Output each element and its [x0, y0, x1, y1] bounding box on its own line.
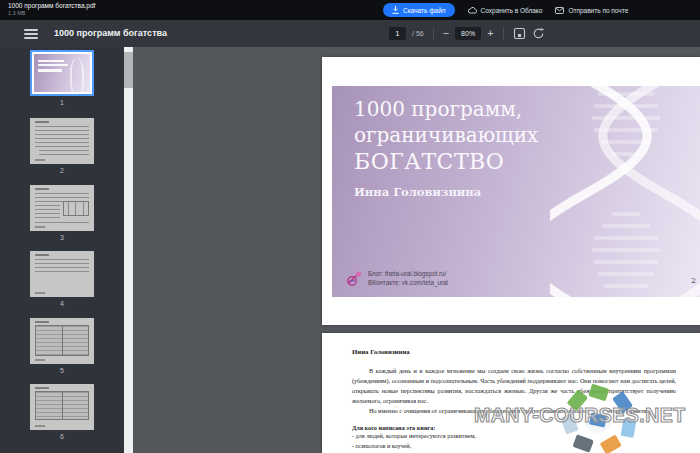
thumbnail-page-1[interactable] [30, 50, 94, 96]
cover-title-line2: ограничивающих [354, 122, 538, 148]
cover-links: Блог: theta-ural.blogspot.ru/ ВКонтакте:… [368, 269, 448, 287]
cover-title-block: 1000 программ, ограничивающих БОГАТСТВО … [354, 96, 538, 199]
page2-list-title: Для кого написана эта книга: [352, 424, 676, 431]
thumbnail-block-5: 5 [30, 318, 94, 374]
thumbnail-block-3: 3 [30, 185, 94, 241]
thumbnail-page-4[interactable] [30, 251, 94, 297]
thumbnail-sidebar: 1 2 3 [0, 47, 124, 453]
zoom-level-indicator[interactable]: 80% [455, 27, 481, 40]
page2-list-item: - психологов и коучей, [352, 441, 676, 451]
cover-author: Инна Головизнина [354, 185, 538, 199]
thumb-footer-mark [35, 226, 45, 228]
cover-title-line1: 1000 программ, [354, 96, 538, 122]
thumb-footer-mark [35, 159, 45, 161]
thumbnail-number: 2 [30, 167, 94, 174]
cover-image: 1000 программ, ограничивающих БОГАТСТВО … [332, 86, 700, 297]
cloud-icon [468, 7, 477, 14]
thumb-heading-bar [35, 321, 49, 323]
cover-brand-block: Блог: theta-ural.blogspot.ru/ ВКонтакте:… [346, 269, 448, 287]
toolbar-divider [503, 28, 504, 40]
document-page-1: 1000 программ, ограничивающих БОГАТСТВО … [322, 57, 700, 325]
thumbnail-cover-art [34, 54, 90, 92]
thumb-text-lines [35, 205, 60, 220]
cover-vk-link: ВКонтакте: vk.com/teta_ural [368, 278, 448, 287]
cover-text-bar [38, 60, 64, 62]
zoom-in-button[interactable]: + [487, 27, 493, 40]
thumb-heading-bar [35, 254, 49, 256]
save-to-cloud-button[interactable]: Сохранить в Облако [468, 3, 543, 17]
thumb-footer-mark [35, 292, 45, 294]
thumbnail-number: 3 [30, 234, 94, 241]
thumbnail-number: 4 [30, 300, 94, 307]
file-size: 1.3 MB [8, 10, 95, 17]
viewer-toolbar: 1000 программ богатства 1 / 56 − 80% + [0, 20, 700, 47]
sidebar-scrollbar-track[interactable] [124, 47, 133, 453]
page-number-input[interactable]: 1 [389, 27, 406, 40]
pdf-viewer-app: 1000 программ богатства.pdf 1.3 MB Скача… [0, 0, 700, 453]
thumbnail-block-4: 4 [30, 251, 94, 307]
menu-toggle-button[interactable] [24, 29, 38, 39]
download-file-button[interactable]: Скачать файл [383, 3, 455, 17]
thumbnail-block-1: 1 [30, 50, 94, 106]
thumb-heading-bar [35, 188, 49, 190]
thumbnail-number: 5 [30, 367, 94, 374]
thumbnail-block-6: 6 [30, 384, 94, 440]
page2-author: Инна Головизнина [352, 348, 676, 355]
cover-title-line3: БОГАТСТВО [354, 148, 538, 176]
file-name: 1000 программ богатства.pdf [8, 2, 95, 10]
theta-logo-icon [346, 270, 363, 287]
cover-text-bar [38, 64, 68, 66]
download-button-label: Скачать файл [403, 7, 446, 14]
file-meta: 1000 программ богатства.pdf 1.3 MB [8, 2, 95, 17]
thumbnail-page-6[interactable] [30, 384, 94, 430]
thumb-footer-mark [35, 359, 45, 361]
send-by-mail-button[interactable]: Отправить по почте [555, 3, 628, 17]
thumbnail-number: 6 [30, 433, 94, 440]
cover-blog-link: Блог: theta-ural.blogspot.ru/ [368, 269, 448, 278]
rotate-button[interactable] [532, 27, 545, 40]
send-by-mail-label: Отправить по почте [568, 7, 628, 14]
sidebar-scrollbar-thumb[interactable] [124, 52, 133, 88]
thumbnail-page-3[interactable] [30, 185, 94, 231]
header-actions: Скачать файл Сохранить в Облако Отправит… [383, 2, 628, 18]
mail-icon [555, 7, 564, 14]
hamburger-icon [24, 29, 38, 31]
thumb-heading-bar [35, 387, 49, 389]
document-page-2: Инна Головизнина В каждый день и в каждо… [322, 333, 700, 453]
thumb-footer-mark [35, 425, 45, 427]
thumb-text-lines [35, 126, 89, 148]
fit-to-page-button[interactable] [513, 27, 526, 40]
thumbnail-page-2[interactable] [30, 118, 94, 164]
thumb-heading-bar [35, 121, 49, 123]
thumbnail-number: 1 [30, 99, 94, 106]
download-icon [392, 6, 399, 14]
thumb-diagram [63, 201, 89, 216]
dna-helix-mini [70, 58, 84, 96]
page2-content: Инна Головизнина В каждый день и в каждо… [322, 333, 700, 453]
page-total-label: / 56 [412, 30, 424, 37]
page2-list-item: - для людей, которые интересуются развит… [352, 431, 676, 441]
document-title: 1000 программ богатства [54, 28, 167, 38]
dna-helix-illustration [550, 86, 700, 297]
save-to-cloud-label: Сохранить в Облако [481, 7, 543, 14]
page2-paragraph-2: Но именно с очищения от ограничивающих у… [352, 406, 676, 416]
zoom-out-button[interactable]: − [443, 27, 449, 40]
toolbar-controls: 1 / 56 − 80% + [389, 20, 545, 47]
page2-paragraph-1: В каждый день и в каждое мгновение мы со… [352, 366, 676, 406]
thumb-table [35, 325, 89, 356]
toolbar-divider [433, 28, 434, 40]
thumbnail-page-5[interactable] [30, 318, 94, 364]
thumbnail-block-2: 2 [30, 118, 94, 174]
cover-corner-number: 2 [691, 276, 696, 285]
thumb-text-lines [35, 222, 89, 225]
thumb-text-lines [39, 150, 89, 157]
cover-text-bar [38, 69, 62, 72]
thumb-text-lines [35, 259, 89, 273]
thumb-table [35, 391, 89, 420]
file-header: 1000 программ богатства.pdf 1.3 MB Скача… [0, 0, 700, 20]
